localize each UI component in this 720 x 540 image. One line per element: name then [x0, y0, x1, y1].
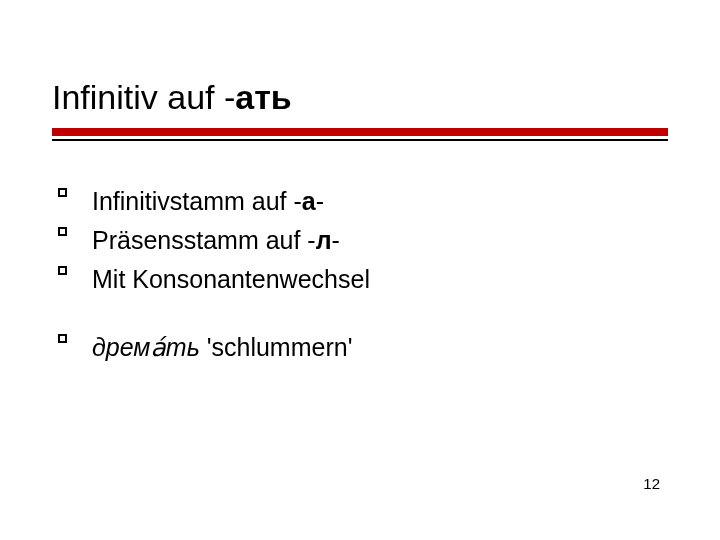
list-item-text: Infinitivstamm auf -а-: [92, 182, 324, 221]
text-bold: л: [316, 226, 332, 254]
bullet-square-icon: [58, 182, 92, 197]
content-area: Infinitivstamm auf -а- Präsensstamm auf …: [58, 182, 658, 367]
list-item-text: Mit Konsonantenwechsel: [92, 260, 370, 299]
bullet-square-icon: [58, 221, 92, 236]
text-bold: а: [302, 187, 316, 215]
slide: Infinitiv auf -ать Infinitivstamm auf -а…: [0, 0, 720, 540]
list-item: Mit Konsonantenwechsel: [58, 260, 658, 299]
list-item: Infinitivstamm auf -а-: [58, 182, 658, 221]
text-italic: дрема́ть: [92, 333, 200, 361]
list-item-text: Präsensstamm auf -л-: [92, 221, 340, 260]
text-post: -: [316, 187, 324, 215]
bullet-square-icon: [58, 260, 92, 275]
page-number: 12: [643, 475, 660, 492]
title-underline: [52, 128, 668, 141]
text-post: -: [332, 226, 340, 254]
list-item: дрема́ть 'schlummern': [58, 328, 658, 367]
text-pre: Infinitivstamm auf -: [92, 187, 302, 215]
text-post: 'schlummern': [200, 333, 353, 361]
text-pre: Mit Konsonantenwechsel: [92, 265, 370, 293]
slide-title: Infinitiv auf -ать: [52, 78, 292, 117]
underline-red: [52, 128, 668, 136]
list-item: Präsensstamm auf -л-: [58, 221, 658, 260]
text-pre: Präsensstamm auf -: [92, 226, 316, 254]
list-item-text: дрема́ть 'schlummern': [92, 328, 352, 367]
underline-black: [52, 139, 668, 141]
title-prefix: Infinitiv auf -: [52, 78, 235, 116]
title-suffix: ать: [235, 78, 291, 116]
bullet-square-icon: [58, 328, 92, 343]
